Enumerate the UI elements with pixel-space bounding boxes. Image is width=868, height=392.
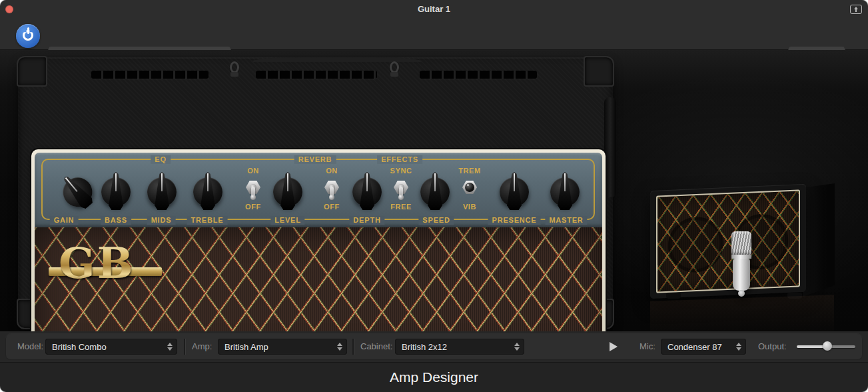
speaker-cabinet[interactable]: [650, 184, 806, 299]
power-button[interactable]: [16, 24, 40, 48]
amp-dropdown[interactable]: British Amp: [218, 339, 347, 355]
trem-vib-switch[interactable]: [461, 178, 478, 205]
switch-label: OFF: [324, 203, 340, 211]
switch-label: VIB: [463, 203, 476, 211]
title-bar: Guitar 1: [0, 0, 868, 17]
level-knob[interactable]: [270, 172, 305, 211]
handle-ring-mount: [390, 72, 398, 77]
handle-ring-mount: [230, 72, 238, 77]
power-icon-stem: [27, 27, 29, 34]
knob-label-presence: PRESENCE: [488, 216, 541, 225]
microphone-body: [733, 259, 750, 291]
knob-label-mids: MIDS: [147, 216, 176, 225]
cabinet-side-panel: [803, 183, 835, 297]
section-label-effects: EFFECTS: [377, 155, 422, 164]
output-slider-thumb[interactable]: [823, 341, 832, 351]
knob-label-master: MASTER: [545, 216, 587, 225]
switch-label: OFF: [245, 203, 261, 211]
amp-logo: GB: [59, 242, 135, 285]
stepper-arrows-icon: [337, 343, 342, 351]
app-bar: Amp Designer: [0, 362, 868, 392]
plugin-header: British Combo Clean View: 100%: [0, 17, 868, 50]
cabinet-label: Cabinet:: [360, 341, 392, 351]
window-title: Guitar 1: [0, 4, 868, 14]
stepper-arrows-icon: [167, 343, 173, 351]
cabinet-foot: [666, 293, 681, 299]
knob-label-gain: GAIN: [50, 216, 79, 225]
cabinet-grille: [656, 189, 800, 293]
microphone[interactable]: [731, 231, 752, 298]
speed-knob[interactable]: [418, 172, 452, 211]
vent-slots: [91, 71, 209, 79]
mids-knob[interactable]: [145, 172, 179, 211]
knob-label-treble: TREBLE: [187, 216, 228, 225]
mic-dropdown[interactable]: Condenser 87: [661, 339, 746, 355]
sync-free-switch[interactable]: [392, 178, 410, 205]
switch-label: ON: [247, 167, 259, 175]
separator: [184, 339, 185, 355]
output-slider[interactable]: [797, 345, 855, 349]
knob-label-level: LEVEL: [270, 216, 304, 225]
plugin-window: Guitar 1 British Combo Clean View: 100%: [0, 0, 868, 392]
output-label: Output:: [758, 341, 787, 351]
master-knob[interactable]: [548, 172, 582, 211]
presence-knob[interactable]: [497, 172, 532, 211]
corner-protector: [584, 56, 614, 87]
microphone-capsule: [731, 231, 751, 255]
section-label-reverb: REVERB: [294, 155, 336, 164]
microphone-tip: [738, 290, 745, 297]
model-value: British Combo: [52, 342, 163, 352]
cabinet-dropdown[interactable]: British 2x12: [395, 339, 524, 355]
cabinet-value: British 2x12: [402, 342, 510, 352]
vent-slots: [420, 71, 537, 79]
switch-label: ON: [326, 167, 338, 175]
link-window-icon[interactable]: [850, 5, 862, 14]
switch-label: FREE: [390, 203, 412, 211]
reverb-onoff-switch[interactable]: [244, 178, 262, 205]
side-strap: [604, 97, 616, 197]
stepper-arrows-icon: [736, 343, 741, 351]
mic-value: Condenser 87: [667, 342, 732, 352]
effects-onoff-switch[interactable]: [323, 178, 340, 205]
treble-knob[interactable]: [191, 172, 225, 211]
depth-knob[interactable]: [350, 172, 384, 211]
knob-label-bass: BASS: [101, 216, 131, 225]
stepper-arrows-icon: [514, 343, 520, 351]
model-label: Model:: [17, 341, 43, 351]
knob-label-depth: DEPTH: [349, 216, 384, 225]
switch-label: TREM: [458, 167, 481, 175]
gain-knob[interactable]: [61, 172, 95, 211]
switch-label: SYNC: [390, 167, 412, 175]
app-title: Amp Designer: [0, 369, 868, 385]
knob-label-speed: SPEED: [418, 216, 454, 225]
corner-protector: [17, 56, 47, 87]
vent-slots: [256, 71, 377, 79]
separator: [352, 339, 354, 355]
footer: Model: British Combo Amp: British Amp Ca…: [0, 331, 868, 362]
amp-value: British Amp: [224, 342, 333, 352]
amp-label: Amp:: [192, 341, 212, 351]
footer-bar: Model: British Combo Amp: British Amp Ca…: [5, 333, 863, 360]
model-dropdown[interactable]: British Combo: [45, 339, 177, 355]
mic-label: Mic:: [640, 341, 655, 351]
section-label-eq: EQ: [151, 155, 171, 164]
bass-knob[interactable]: [99, 172, 133, 211]
main-canvas: EQ REVERB EFFECTS ON OFF ON OFF SYNC FRE…: [0, 50, 868, 331]
play-button[interactable]: [606, 340, 620, 353]
